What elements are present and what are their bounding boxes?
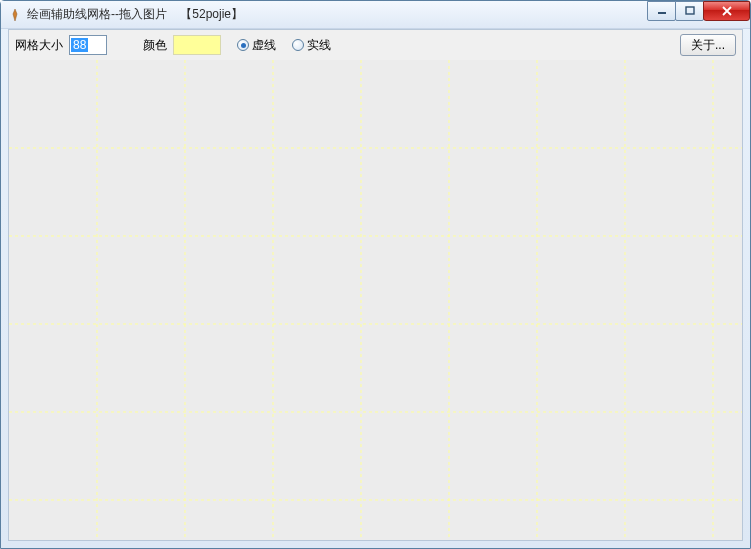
canvas-area[interactable] xyxy=(9,60,742,540)
window-title: 绘画辅助线网格--拖入图片 【52pojie】 xyxy=(27,6,243,23)
canvas-background xyxy=(9,60,742,540)
client-area: 网格大小 88 颜色 虚线 实线 关于... xyxy=(8,29,743,541)
window-controls xyxy=(648,1,750,21)
radio-dashed[interactable]: 虚线 xyxy=(237,37,276,54)
grid-size-label: 网格大小 xyxy=(15,37,63,54)
svg-rect-1 xyxy=(686,7,694,14)
close-button[interactable] xyxy=(703,1,750,21)
maximize-button[interactable] xyxy=(675,1,704,21)
radio-dot-icon xyxy=(292,39,304,51)
titlebar[interactable]: 绘画辅助线网格--拖入图片 【52pojie】 xyxy=(1,1,750,29)
toolbar: 网格大小 88 颜色 虚线 实线 关于... xyxy=(9,30,742,60)
grid-size-input[interactable]: 88 xyxy=(69,35,107,55)
about-button[interactable]: 关于... xyxy=(680,34,736,56)
minimize-button[interactable] xyxy=(647,1,676,21)
radio-solid[interactable]: 实线 xyxy=(292,37,331,54)
color-swatch[interactable] xyxy=(173,35,221,55)
app-window: 绘画辅助线网格--拖入图片 【52pojie】 网格大小 88 颜色 xyxy=(0,0,751,549)
app-icon xyxy=(7,7,23,23)
svg-rect-0 xyxy=(658,12,666,14)
color-label: 颜色 xyxy=(143,37,167,54)
radio-dot-icon xyxy=(237,39,249,51)
